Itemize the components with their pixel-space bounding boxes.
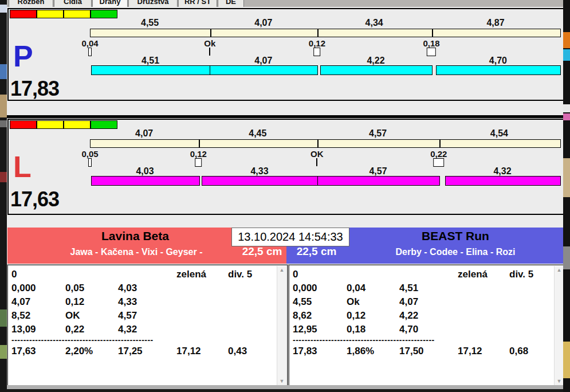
result-cumulative-time: 8,52 <box>11 310 30 322</box>
result-split-time: 4,70 <box>399 324 418 335</box>
result-cumulative-time: 4,55 <box>293 296 312 308</box>
result-color: zelená <box>458 269 488 280</box>
results-list-left[interactable]: ▲ ▼ 0zelenádiv. 50,0000,054,034,070,124,… <box>7 265 288 386</box>
result-crossing: Ok <box>347 296 360 308</box>
status-light-0 <box>10 10 37 18</box>
scroll-up-icon[interactable]: ▲ <box>555 266 564 274</box>
scrollbar[interactable]: ▲ ▼ <box>277 266 286 385</box>
jump-height-left: 22,5 cm <box>238 245 286 258</box>
result-run-number: 0 <box>293 269 298 280</box>
scroll-down-icon[interactable]: ▼ <box>555 377 564 385</box>
crossing-delay-mark <box>314 48 321 56</box>
tab-DE[interactable]: DE <box>218 0 244 7</box>
bar-divider <box>317 29 319 37</box>
result-cumulative-time: 13,09 <box>11 324 36 335</box>
lane-letter: P <box>13 41 33 71</box>
dog-split-bar <box>436 65 561 75</box>
dog-split-label: 4,51 <box>141 56 159 66</box>
crossing-label: 0,12 <box>190 149 207 159</box>
total-difference: 0,68 <box>509 346 528 357</box>
split-time-label: 4,55 <box>141 18 159 28</box>
team-name: Lavina Beta <box>7 229 263 243</box>
total-loss-percent: 1,86% <box>347 346 374 357</box>
split-time-label: 4,87 <box>486 18 504 28</box>
background-window-left <box>0 0 7 392</box>
result-crossing: OK <box>65 310 80 322</box>
lane-total-time: 17,83 <box>10 77 59 101</box>
result-split-time: 4,22 <box>399 310 418 322</box>
results-separator: ----------------------------------------… <box>293 335 435 344</box>
total-clean-time: 17,25 <box>118 346 143 357</box>
result-cumulative-time: 0,000 <box>293 283 317 294</box>
result-crossing: 0,12 <box>65 296 84 308</box>
crossing-label: OK <box>310 149 324 159</box>
dog-split-label: 4,03 <box>136 166 154 177</box>
result-split-time: 4,33 <box>118 296 137 308</box>
crossing-delay-mark <box>427 48 436 56</box>
bar-divider <box>439 140 441 147</box>
bar-divider <box>199 140 200 147</box>
result-split-time: 4,32 <box>118 324 137 335</box>
crossing-label: 0,22 <box>430 149 447 159</box>
result-run-number: 0 <box>11 269 17 280</box>
crossing-delay-mark <box>88 158 92 167</box>
bar-divider <box>210 29 211 37</box>
traffic-lights <box>10 120 117 129</box>
result-division: div. 5 <box>509 269 533 280</box>
screen-bottom-edge <box>0 389 570 392</box>
results-separator: ----------------------------------------… <box>11 335 154 344</box>
lane-letter: L <box>13 152 32 182</box>
result-crossing: 0,05 <box>65 283 84 294</box>
background-window-right <box>563 0 570 392</box>
crossing-label: 0,05 <box>81 149 98 159</box>
total-time-bar <box>90 29 561 37</box>
dog-split-bar <box>91 65 211 75</box>
total-time-bar <box>90 139 561 148</box>
split-time-label: 4,45 <box>249 128 266 139</box>
lane-total-time: 17,63 <box>10 187 59 211</box>
crossing-label: 0,12 <box>309 38 325 48</box>
result-crossing: 0,18 <box>347 324 365 335</box>
total-clean-time: 17,50 <box>399 346 424 357</box>
result-color: zelená <box>176 269 206 280</box>
scrollbar[interactable]: ▲ ▼ <box>554 266 564 385</box>
total-difference: 0,43 <box>228 346 247 357</box>
traffic-lights <box>10 10 117 18</box>
tab-Družstva[interactable]: Družstva <box>128 0 178 7</box>
split-time-label: 4,54 <box>490 128 508 139</box>
status-light-2 <box>64 120 91 129</box>
dog-split-label: 4,32 <box>493 166 511 177</box>
crossing-label: Ok <box>204 38 215 48</box>
dog-split-bar <box>210 65 318 75</box>
status-light-1 <box>37 120 64 129</box>
status-light-0 <box>10 120 37 129</box>
status-light-2 <box>64 10 91 18</box>
tab-Rozběh[interactable]: Rozběh <box>9 0 53 7</box>
results-list-right[interactable]: ▲ ▼ 0zelenádiv. 50,0000,044,514,55Ok4,07… <box>289 265 565 386</box>
tab-Čidla[interactable]: Čidla <box>54 0 92 7</box>
crossing-delay-mark <box>88 48 92 56</box>
result-cumulative-time: 4,07 <box>11 296 30 308</box>
tab-RR / ST[interactable]: RR / ST <box>178 0 217 7</box>
result-split-time: 4,51 <box>399 283 418 294</box>
result-cumulative-time: 0,000 <box>11 283 36 294</box>
crossing-label: 0,18 <box>423 38 439 48</box>
team-members: Derby - Codee - Elina - Rozi <box>349 247 561 257</box>
tab-bar: RozběhČidlaDráhyDružstvaRR / STDE <box>7 0 563 7</box>
lane-panel-right: P17,834,554,074,344,870,04Ok0,120,184,51… <box>7 8 564 101</box>
result-crossing: 0,12 <box>347 310 365 322</box>
scroll-down-icon[interactable]: ▼ <box>277 377 286 385</box>
split-time-label: 4,07 <box>135 128 153 139</box>
dog-split-label: 4,70 <box>489 56 507 66</box>
dog-split-label: 4,57 <box>369 166 387 177</box>
crossing-delay-mark <box>433 158 445 167</box>
dog-split-label: 4,22 <box>367 56 384 66</box>
scroll-up-icon[interactable]: ▲ <box>277 266 286 274</box>
bar-divider <box>432 29 433 37</box>
tab-Dráhy[interactable]: Dráhy <box>92 0 128 7</box>
total-best-time: 17,12 <box>458 346 482 357</box>
crossing-ok-mark <box>316 158 317 166</box>
result-cumulative-time: 8,62 <box>293 310 312 322</box>
status-light-1 <box>37 10 64 18</box>
split-time-label: 4,07 <box>254 18 272 28</box>
